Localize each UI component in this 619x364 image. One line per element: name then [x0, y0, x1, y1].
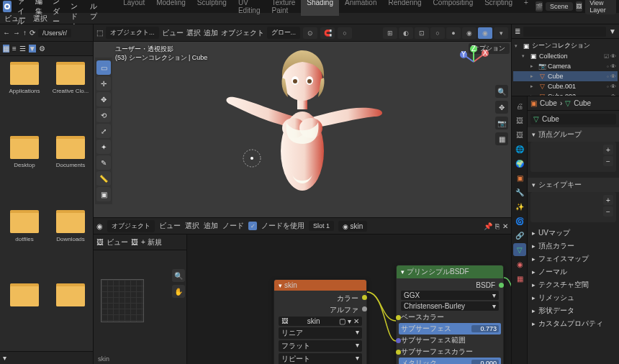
scale-tool[interactable]: ⤢ — [96, 124, 111, 138]
display-list2[interactable]: ☰ — [19, 45, 26, 53]
slot-select[interactable]: Slot 1 — [309, 221, 334, 231]
panel-vertex-groups[interactable]: ▾ 頂点グループ — [528, 127, 619, 142]
gizmo-visibility[interactable]: ⊞ — [383, 27, 397, 39]
editor-type-icon[interactable]: ⬚ — [96, 29, 103, 37]
tab-rendering[interactable]: Rendering — [382, 0, 427, 16]
remove-button[interactable]: − — [603, 156, 613, 166]
shading-wire[interactable]: ○ — [430, 27, 445, 39]
folder-item[interactable]: Desktop — [3, 136, 46, 204]
colorspace-select[interactable]: リニア▾ — [279, 327, 362, 339]
scene-browse-icon[interactable]: 🎬 — [536, 1, 543, 12]
use-nodes-checkbox[interactable]: ✓ — [248, 222, 257, 230]
ie-editor-icon[interactable]: 🖼 — [96, 238, 104, 246]
shading-solid[interactable]: ● — [446, 27, 461, 39]
ie-image-icon[interactable]: 🖼 — [131, 238, 138, 246]
back-icon[interactable]: ← — [3, 29, 10, 37]
outliner-search[interactable] — [523, 27, 606, 37]
tab-viewlayer[interactable]: 🖼 — [513, 128, 526, 141]
panel-uvmaps[interactable]: ▸ UVマップ — [528, 227, 619, 240]
outliner-editor-icon[interactable]: ≣ — [515, 27, 520, 35]
interp-select[interactable]: フラット▾ — [279, 340, 362, 352]
filter-toggle[interactable]: ▼ — [29, 45, 36, 53]
tab-material[interactable]: ◉ — [513, 258, 526, 270]
nav-gizmo[interactable]: X Z Y — [456, 45, 491, 79]
cursor-tool[interactable]: ✛ — [96, 76, 111, 91]
ie-new[interactable]: + 新規 — [141, 237, 162, 247]
extension-select[interactable]: リピート▾ — [279, 353, 362, 364]
tab-physics[interactable]: 🌀 — [513, 214, 526, 227]
add-tool[interactable]: ▣ — [96, 187, 111, 201]
pan-icon[interactable]: ✥ — [495, 101, 508, 114]
shading-rendered[interactable]: ◉ — [478, 27, 492, 39]
panel-shapekeys[interactable]: ▾ シェイプキー — [528, 178, 619, 192]
ne-menu-select[interactable]: 選択 — [185, 221, 199, 231]
menu-render[interactable]: レンダー — [48, 0, 65, 27]
image-canvas[interactable]: 🔍 ✋ skin — [94, 250, 186, 364]
tab-constraints[interactable]: 🔗 — [513, 229, 526, 242]
camera-view-icon[interactable]: 📷 — [495, 117, 508, 129]
fb-footer-icon[interactable]: ▾ — [3, 354, 6, 362]
zoom-icon[interactable]: 🔍 — [495, 85, 508, 98]
tab-output[interactable]: 🖼 — [513, 114, 526, 127]
panel-texspace[interactable]: ▸ テクスチャ空間 — [528, 278, 619, 291]
panel-custom[interactable]: ▸ カスタムプロパティ — [528, 317, 619, 330]
tab-shading[interactable]: Shading — [301, 0, 339, 16]
move-tool[interactable]: ✥ — [96, 92, 111, 106]
filter-icon[interactable]: ▼ — [609, 27, 616, 35]
node-head[interactable]: ▾ skin — [274, 280, 366, 291]
tab-mesh-data[interactable]: ▽ — [513, 243, 526, 256]
tab-scripting[interactable]: Scripting — [479, 0, 518, 16]
annotate-tool[interactable]: ✎ — [96, 155, 111, 170]
mesh-name-input[interactable]: ▽Cube — [530, 114, 616, 124]
sub-select[interactable]: 選択 — [33, 14, 48, 24]
tab-modeling[interactable]: Modeling — [150, 0, 191, 16]
refresh-icon[interactable]: ⟳ — [30, 29, 35, 37]
proportional-icon[interactable]: ○ — [338, 27, 352, 39]
display-list[interactable]: ≡ — [12, 45, 17, 53]
file-path[interactable]: /Users/r/ — [38, 29, 71, 37]
tab-modifier[interactable]: 🔧 — [513, 186, 526, 199]
outliner-row[interactable]: ▾▣シーンコレクション — [513, 40, 618, 51]
panel-facemaps[interactable]: ▸ フェイスマップ — [528, 252, 619, 265]
close-icon[interactable]: ✕ — [502, 222, 508, 230]
sss-method-select[interactable]: Christensen-Burley▾ — [401, 301, 499, 311]
node-head[interactable]: ▾ プリンシプルBSDF — [397, 265, 503, 278]
vp-menu-view[interactable]: ビュー — [162, 28, 184, 38]
panel-remesh[interactable]: ▸ リメッシュ — [528, 291, 619, 304]
add-button[interactable]: + — [603, 195, 613, 205]
outliner-row[interactable]: ▾▣Collection☑ 👁 — [513, 51, 618, 61]
tab-object[interactable]: ▣ — [513, 171, 526, 184]
measure-tool[interactable]: 📏 — [96, 171, 111, 186]
node-mode[interactable]: オブジェクト — [107, 220, 155, 232]
distribution-select[interactable]: GGX▾ — [401, 291, 499, 300]
tab-layout[interactable]: Layout — [117, 0, 150, 16]
ie-pan-icon[interactable]: ✋ — [172, 285, 185, 298]
display-thumbnail[interactable]: ▦ — [3, 45, 9, 53]
xray-toggle[interactable]: ⊡ — [415, 27, 429, 39]
folder-item[interactable]: Documents — [49, 136, 92, 204]
overlay-toggle[interactable]: ◐ — [399, 27, 413, 39]
node-editor[interactable]: ▾ skin カラー アルファ 🖼 skin ▢ ▾ ✕ リニア▾ フラット▾ … — [187, 235, 511, 364]
tab-scene[interactable]: 🌐 — [513, 142, 526, 155]
copy-icon[interactable]: ⎘ — [495, 222, 500, 230]
tab-add[interactable]: + — [518, 0, 534, 16]
remove-button[interactable]: − — [603, 206, 613, 217]
ie-view[interactable]: ビュー — [107, 237, 128, 247]
folder-item[interactable]: Creative Clo... — [49, 62, 92, 130]
vp-menu-select[interactable]: 選択 — [186, 28, 201, 38]
tab-render[interactable]: 🖨 — [513, 99, 526, 112]
mode-select[interactable]: オブジェクト... — [106, 27, 159, 39]
shading-matprev[interactable]: ◉ — [462, 27, 476, 39]
ie-zoom-icon[interactable]: 🔍 — [172, 269, 185, 282]
view-layer-name[interactable]: View Layer — [585, 0, 616, 14]
metallic-slider[interactable]: メタリック0.000 — [399, 358, 501, 364]
folder-item[interactable] — [3, 283, 46, 345]
material-select[interactable]: ◉ skin — [338, 221, 367, 232]
forward-icon[interactable]: → — [13, 29, 20, 37]
layer-browse-icon[interactable]: 🖼 — [576, 1, 583, 12]
orientation-select[interactable]: グロー... — [267, 27, 301, 39]
pin-icon[interactable]: 📌 — [484, 222, 492, 230]
tab-particles[interactable]: ✨ — [513, 200, 526, 213]
tab-uv[interactable]: UV Editing — [232, 0, 266, 16]
add-button[interactable]: + — [603, 145, 613, 155]
